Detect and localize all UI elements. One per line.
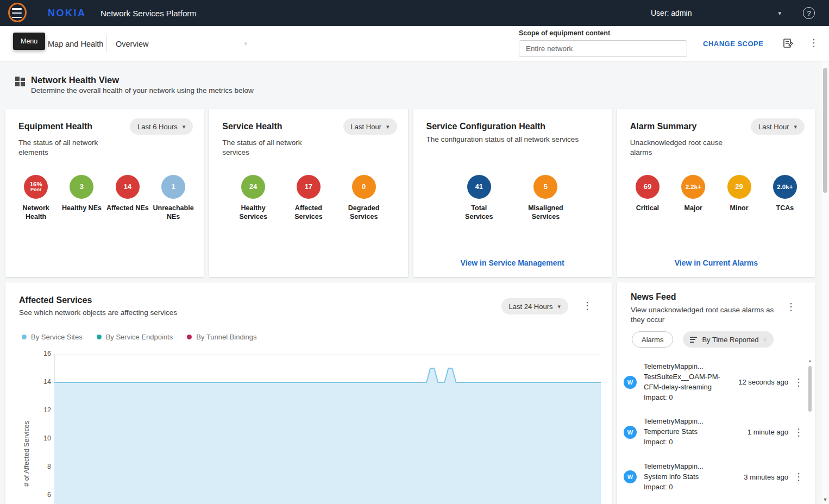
filter-value: Last Hour (758, 123, 789, 131)
y-tick: 14 (36, 378, 51, 386)
view-dropdown[interactable]: Overview ▾ (116, 26, 247, 61)
news-item-name: TelemetryMappin... (644, 462, 728, 472)
top-bar: NOKIA Network Services Platform User: ad… (0, 0, 829, 26)
news-scrollbar[interactable]: ▲ (807, 358, 813, 412)
sort-value: By Time Reported (702, 336, 758, 344)
metric-label: Unreachable NEs (152, 204, 194, 222)
news-item-overflow-icon[interactable]: ⋮ (794, 472, 803, 482)
metric-label: Major (684, 204, 702, 212)
metric-circle[interactable]: 1 (161, 175, 185, 199)
news-item-time: 3 minutes ago (728, 473, 794, 481)
chevron-down-icon: ▾ (183, 123, 186, 130)
card-title: Alarm Summary (630, 118, 697, 131)
metric-value: 2.0k+ (777, 184, 793, 191)
service-time-filter[interactable]: Last Hour ▾ (343, 118, 397, 135)
card-subtitle: View unacknowledged root cause alarms as… (631, 305, 783, 325)
metric-misaligned-services: 5 Misaligned Services (524, 175, 567, 222)
news-item-name: TelemetryMappin... (644, 417, 728, 427)
sort-dropdown[interactable]: By Time Reported ▾ (683, 331, 774, 348)
page-scrollbar[interactable]: ▼ (821, 61, 829, 504)
news-item-overflow-icon[interactable]: ⋮ (794, 377, 803, 387)
scope-label: Scope of equipment content (519, 29, 687, 37)
legend-dot (22, 335, 27, 339)
view-service-management-link[interactable]: View in Service Management (413, 259, 612, 267)
metric-label: Misaligned Services (524, 204, 567, 222)
metric-circle[interactable]: 69 (636, 175, 660, 199)
metric-value: 2.2k+ (686, 184, 701, 191)
news-item-text: TelemetryMappin... Temperture Stats Impa… (644, 417, 728, 448)
scroll-down-icon[interactable]: ▼ (821, 497, 829, 502)
nav-overflow-icon[interactable]: ⋮ (809, 38, 819, 48)
change-scope-button[interactable]: CHANGE SCOPE (703, 26, 763, 61)
metric-circle[interactable]: 0 (352, 175, 376, 199)
news-item-time: 12 seconds ago (728, 378, 794, 386)
scroll-up-icon[interactable]: ▲ (807, 358, 813, 363)
help-icon[interactable]: ? (803, 7, 815, 19)
affected-services-card: Affected Services See which network obje… (5, 282, 612, 504)
metric-circle[interactable]: 24 (241, 175, 265, 199)
scrollbar-thumb[interactable] (808, 366, 812, 412)
chevron-down-icon: ▾ (764, 336, 767, 343)
card-title: Affected Services (19, 295, 92, 305)
affected-time-filter[interactable]: Last 24 Hours ▾ (501, 298, 568, 314)
metric-circle[interactable]: 5 (533, 175, 557, 199)
alarms-chip[interactable]: Alarms (632, 331, 673, 348)
legend-tunnel-bindings[interactable]: By Tunnel Bindings (187, 333, 256, 341)
metric-circle[interactable]: 17 (297, 175, 321, 199)
chevron-down-icon: ▾ (794, 123, 797, 130)
metric-unreachable-nes: 1 Unreachable NEs (152, 175, 194, 222)
scope-input[interactable] (519, 40, 687, 57)
metric-value: 0 (362, 183, 366, 191)
report-icon[interactable] (782, 38, 793, 49)
news-item-detail: Temperture Stats (644, 427, 728, 437)
card-title: News Feed (631, 292, 676, 302)
metric-circle[interactable]: 14 (116, 175, 140, 199)
metric-value: 24 (249, 183, 257, 191)
metric-circle[interactable]: 41 (467, 175, 491, 199)
equipment-time-filter[interactable]: Last 6 Hours ▾ (130, 118, 193, 135)
chevron-down-icon: ▾ (244, 40, 247, 47)
scope-group: Scope of equipment content (519, 29, 687, 57)
app-title: Network Services Platform (101, 0, 197, 26)
metric-healthy-services: 24 Healthy Services (232, 175, 274, 222)
news-item-text: TelemetryMappin... System info Stats Imp… (644, 462, 728, 493)
news-overflow-icon[interactable]: ⋮ (786, 302, 796, 312)
health-view-icon (15, 77, 25, 86)
affected-services-chart: 16 14 12 10 8 6 (54, 354, 601, 504)
chevron-down-icon: ▾ (557, 303, 561, 310)
divider (106, 35, 107, 52)
metric-label: Network Health (15, 204, 57, 222)
y-tick: 12 (36, 406, 51, 414)
metric-circle[interactable]: 2.0k+ (773, 175, 797, 199)
metric-affected-nes: 14 Affected NEs (106, 175, 149, 222)
metric-circle[interactable]: 3 (70, 175, 93, 199)
metric-affected-services: 17 Affected Services (287, 175, 330, 222)
news-list[interactable]: W TelemetryMappin... TestSuiteEx__OAM-PM… (624, 355, 803, 504)
scrollbar-thumb[interactable] (823, 68, 827, 193)
metric-circle[interactable]: 16% Poor (24, 175, 48, 199)
news-item[interactable]: W TelemetryMappin... TestSuiteEx__OAM-PM… (624, 355, 803, 410)
news-item[interactable]: W TelemetryMappin... Temperture Stats Im… (624, 410, 803, 455)
news-item[interactable]: W TelemetryMappin... System info Stats I… (624, 455, 803, 500)
metric-circle[interactable]: 29 (727, 175, 751, 199)
page-title: Network Health View (31, 75, 119, 85)
metric-subvalue: Poor (30, 187, 42, 193)
breadcrumb-map-and-health[interactable]: Map and Health (48, 26, 103, 61)
metric-network-health: 16% Poor Network Health (15, 175, 57, 222)
user-menu[interactable]: User: admin ▾ (651, 0, 781, 26)
news-item-impact: Impact: 0 (644, 437, 728, 448)
alarm-time-filter[interactable]: Last Hour ▾ (751, 118, 805, 135)
legend-label: By Service Sites (31, 333, 83, 341)
filter-value: Last 6 Hours (137, 123, 178, 131)
y-tick: 6 (36, 491, 51, 499)
news-item-overflow-icon[interactable]: ⋮ (794, 427, 803, 437)
page-subtitle: Determine the overall health of your net… (31, 86, 254, 94)
metric-circle[interactable]: 2.2k+ (681, 175, 705, 199)
affected-overflow-icon[interactable]: ⋮ (582, 301, 592, 311)
view-current-alarms-link[interactable]: View in Current Alarms (617, 259, 815, 267)
alarm-avatar: W (624, 426, 637, 439)
legend-service-endpoints[interactable]: By Service Endpoints (97, 333, 173, 341)
metric-value: 69 (644, 183, 651, 191)
sub-nav: Map and Health Overview ▾ Scope of equip… (0, 26, 829, 61)
legend-service-sites[interactable]: By Service Sites (22, 333, 83, 341)
